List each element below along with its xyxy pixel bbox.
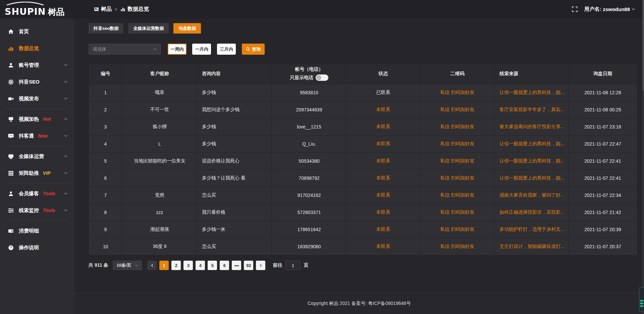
- cell-id: 5: [89, 153, 122, 170]
- cell-account: 917024162: [272, 187, 346, 204]
- cell-nickname: 潮起潮落: [122, 221, 197, 238]
- chevron-down-icon: [64, 171, 68, 175]
- page-button[interactable]: 92: [244, 261, 253, 270]
- sidebar-item-label: 抖音SEO: [19, 79, 40, 85]
- user-menu[interactable]: 用户名: zswodun88: [584, 6, 635, 12]
- chevron-down-icon: [64, 192, 68, 196]
- breadcrumb-home-label: 树品: [101, 6, 112, 13]
- sidebar-item-label: 视频加热: [19, 116, 39, 122]
- sidebar-item[interactable]: 消费明细: [0, 222, 74, 239]
- sidebar: SHUPIN 树品 首页 数据总览: [0, 0, 74, 314]
- cell-content: 我只看价格: [197, 204, 272, 221]
- qrcode-link[interactable]: 私信 扫码加好友: [440, 192, 475, 198]
- sidebar-item[interactable]: 线索监控 Tools: [0, 202, 74, 219]
- table-row: 8 zzz 我只看价格 572803371 未联系 私信 扫码加好友 如何正确选…: [89, 204, 637, 221]
- source-link[interactable]: 让你一眼就爱上的黑科技，能...: [499, 141, 565, 146]
- qrcode-link[interactable]: 私信 扫码加好友: [440, 158, 475, 163]
- search-button[interactable]: 查询: [242, 44, 265, 55]
- qrcode-link[interactable]: 私信 扫码加好友: [440, 107, 475, 112]
- page-scrollbar[interactable]: [642, 0, 644, 314]
- cell-qrcode: 私信 扫码加好友: [420, 136, 495, 153]
- sidebar-item-label: 操作说明: [19, 245, 39, 251]
- cell-content: 多少钱: [197, 118, 272, 136]
- page-button[interactable]: 3: [183, 261, 193, 270]
- sidebar-divider: [5, 109, 69, 109]
- qrcode-link[interactable]: 私信 扫码加好友: [440, 141, 475, 146]
- date-range-button[interactable]: 一周内: [168, 44, 186, 55]
- goto-page-input[interactable]: [285, 261, 300, 270]
- cell-status: 已联系: [346, 84, 420, 101]
- cell-source: 感谢大家喜欢我家，被问了好...: [495, 187, 569, 204]
- sidebar-item[interactable]: ? 操作说明: [0, 239, 74, 256]
- source-link[interactable]: 感谢大家喜欢我家，被问了好...: [499, 192, 565, 198]
- source-link[interactable]: 让你一眼就爱上的黑科技，能...: [499, 158, 565, 163]
- sidebar-item-badge: Tools: [43, 208, 55, 213]
- page-button[interactable]: 1: [159, 261, 169, 270]
- source-link[interactable]: 让你一眼就爱上的黑科技，能...: [499, 90, 565, 95]
- floating-widget[interactable]: [639, 287, 644, 311]
- app-root: SHUPIN 树品 首页 数据总览: [0, 0, 644, 314]
- cell-id: 4: [89, 136, 122, 153]
- phone-only-toggle[interactable]: [316, 74, 328, 81]
- page-button[interactable]: 6: [220, 261, 229, 270]
- breadcrumb-home[interactable]: 树品: [94, 6, 112, 13]
- cell-id: 8: [89, 204, 122, 221]
- qrcode-link[interactable]: 私信 扫码加好友: [440, 90, 475, 95]
- date-range-button[interactable]: 三月内: [217, 44, 236, 55]
- next-page-button[interactable]: [256, 261, 265, 270]
- grid-icon: [8, 170, 14, 176]
- sidebar-item[interactable]: 数据总览: [0, 40, 74, 57]
- breadcrumb-current[interactable]: 数据总览: [120, 6, 149, 13]
- sidebar-item[interactable]: 会员爆客 Tools: [0, 185, 74, 202]
- source-link[interactable]: 客厅安装投影半年多了，真实...: [499, 107, 565, 112]
- page-button[interactable]: •••: [232, 261, 241, 270]
- qrcode-link[interactable]: 私信 扫码加好友: [440, 244, 475, 249]
- source-link[interactable]: 无主灯设计，智能磁吸轨道灯...: [499, 244, 565, 249]
- filter-select[interactable]: 请选择: [89, 44, 161, 55]
- chevron-right-icon: [259, 264, 263, 267]
- sidebar-item-label: 全媒体运营: [19, 153, 44, 160]
- source-link[interactable]: 多功能护栏灯，适用于乡村文...: [499, 226, 565, 232]
- date-range-button[interactable]: 一月内: [192, 44, 211, 55]
- filter-row: 请选择 一周内 一月内 三月内 查询: [89, 44, 637, 55]
- pagination-total: 共 911 条: [89, 262, 108, 268]
- sidebar-item-label: 消费明细: [19, 228, 39, 234]
- source-link[interactable]: 如何正确选择投影仪，买投影...: [499, 209, 565, 215]
- tab-button[interactable]: 抖音seo数据: [89, 23, 123, 34]
- page-size-select[interactable]: 10条/页: [113, 261, 142, 270]
- cell-date: 2021-11-07 22:41: [569, 153, 637, 170]
- sidebar-item-badge: Hot: [43, 116, 51, 122]
- sidebar-menu: 首页 数据总览 账号管理: [0, 18, 74, 256]
- cell-qrcode: 私信 扫码加好友: [420, 101, 495, 118]
- source-link[interactable]: 被大家追着问的客厅投影分享...: [499, 124, 565, 129]
- cell-nickname: [122, 170, 197, 187]
- sidebar-item[interactable]: 抖音SEO: [0, 73, 74, 90]
- page-button[interactable]: 2: [171, 261, 181, 270]
- qrcode-link[interactable]: 私信 扫码加好友: [440, 175, 475, 180]
- qrcode-link[interactable]: 私信 扫码加好友: [440, 226, 475, 232]
- fullscreen-icon[interactable]: [572, 6, 578, 12]
- qrcode-link[interactable]: 私信 扫码加好友: [440, 209, 475, 215]
- panel-icon: [94, 7, 99, 12]
- page-button[interactable]: 5: [208, 261, 217, 270]
- sidebar-item[interactable]: 抖客通 New: [0, 127, 74, 144]
- sidebar-item[interactable]: 视频加热 Hot: [0, 111, 74, 127]
- sidebar-item[interactable]: 全媒体运营: [0, 148, 74, 165]
- qrcode-link[interactable]: 私信 扫码加好友: [440, 124, 475, 129]
- page-button[interactable]: 4: [196, 261, 205, 270]
- sidebar-item[interactable]: 视频发布: [0, 90, 74, 107]
- svg-text:?: ?: [10, 246, 12, 249]
- brand-logo[interactable]: SHUPIN 树品: [0, 0, 74, 18]
- sidebar-item[interactable]: 矩阵助推 VIP: [0, 165, 74, 181]
- sidebar-item[interactable]: 账号管理: [0, 57, 74, 73]
- prev-page-button[interactable]: [147, 261, 157, 270]
- pagination: 共 911 条 10条/页 1 2 3 4: [89, 261, 637, 270]
- source-link[interactable]: 让你一眼就爱上的黑科技，能...: [499, 175, 565, 180]
- sidebar-item-label: 视频发布: [19, 96, 39, 102]
- sidebar-item[interactable]: 首页: [0, 23, 74, 40]
- table-row: 1 哦章 多少钱 9583810 已联系 私信 扫码加好友 让你一眼就爱上的黑科…: [89, 84, 637, 101]
- tab-button[interactable]: 全媒体运营数据: [128, 23, 169, 34]
- filter-select-placeholder: 请选择: [93, 46, 106, 52]
- username-label: 用户名:: [584, 6, 601, 12]
- tab-button[interactable]: 询盘数据: [173, 23, 201, 34]
